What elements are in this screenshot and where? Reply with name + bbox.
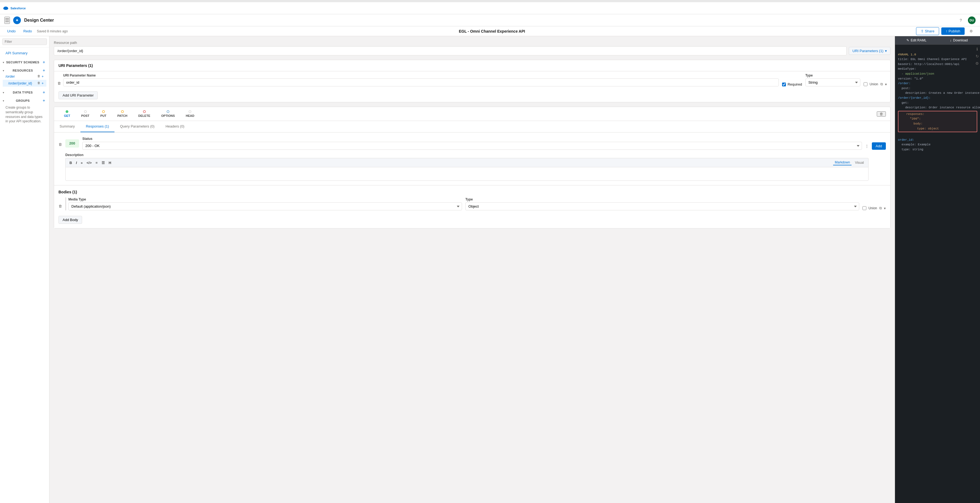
status-select[interactable]: 200 - OK	[82, 142, 862, 150]
api-title: EGL - Omni Channel Experience API	[459, 29, 525, 33]
bold-button[interactable]: B	[68, 160, 73, 165]
tab-headers[interactable]: Headers (0)	[160, 121, 190, 132]
description-editor[interactable]	[65, 167, 869, 181]
hamburger-menu-button[interactable]: ☰	[5, 17, 10, 24]
code-button[interactable]: </>	[85, 160, 93, 165]
sidebar: API Summary ▾ SECURITY SCHEMES + ▾ RESOU…	[0, 36, 49, 503]
put-dot	[102, 110, 105, 113]
italic-button[interactable]: I	[75, 160, 78, 165]
body-expand-icon[interactable]: ▾	[884, 206, 886, 210]
groups-header[interactable]: ▾ GROUPS +	[3, 98, 46, 103]
raml-panel: ✎ Edit RAML ↓ Download #%RAML 1.0 title:…	[895, 36, 980, 503]
settings-icon-button[interactable]: ⚙	[975, 61, 979, 65]
redo-button[interactable]: Redo	[21, 28, 35, 34]
chevron-down-icon-groups: ▾	[3, 99, 4, 102]
share-button[interactable]: ⇧ Share	[916, 27, 939, 35]
add-order-child-icon[interactable]: +	[41, 74, 44, 78]
tab-responses[interactable]: Responses (1)	[80, 121, 115, 132]
add-resource-button[interactable]: +	[41, 68, 46, 73]
quote-button[interactable]: »	[80, 160, 84, 165]
help-icon-button[interactable]: ?	[957, 16, 965, 24]
uri-parameters-button[interactable]: URI Parameters (1) ▾	[849, 47, 891, 55]
method-head[interactable]: HEAD	[180, 110, 200, 117]
sidebar-security-section: ▾ SECURITY SCHEMES +	[0, 57, 49, 66]
body-copy-icon[interactable]: ⧉	[879, 206, 882, 210]
add-data-type-button[interactable]: +	[41, 90, 46, 95]
chevron-down-icon: ▾	[3, 61, 4, 64]
sidebar-api-summary-section: API Summary	[0, 48, 49, 57]
method-get[interactable]: GET	[59, 110, 76, 117]
response-options-icon[interactable]: ⋮	[865, 144, 869, 148]
resource-path-label: Resource path	[54, 41, 891, 45]
unordered-list-button[interactable]: ☰	[100, 160, 106, 165]
tab-query-params[interactable]: Query Parameters (0)	[115, 121, 160, 132]
options-dot	[167, 110, 169, 113]
uri-parameters-section: URI Parameters (1) 🗑 URI Parameter Name …	[54, 60, 891, 102]
add-group-button[interactable]: +	[41, 98, 46, 103]
main-layout: API Summary ▾ SECURITY SCHEMES + ▾ RESOU…	[0, 36, 980, 503]
body-union-checkbox[interactable]	[862, 206, 866, 210]
method-tabs: Summary Responses (1) Query Parameters (…	[54, 121, 890, 132]
delete-body-icon[interactable]: 🗑	[59, 197, 62, 208]
download-raml-button[interactable]: ↓ Download	[938, 36, 980, 44]
resource-path-row: URI Parameters (1) ▾	[54, 46, 891, 56]
add-security-button[interactable]: +	[41, 60, 46, 65]
user-avatar[interactable]: DU	[968, 16, 975, 24]
uri-copy-icon[interactable]: ⧉	[880, 82, 883, 86]
add-order-id-child-icon[interactable]: +	[41, 81, 44, 85]
sidebar-item-api-summary[interactable]: API Summary	[3, 50, 46, 57]
body-union-area: Union ⧉ ▾	[862, 206, 886, 210]
resources-header[interactable]: ▾ RESOURCES +	[3, 68, 46, 73]
body-type-select[interactable]: Object	[465, 202, 859, 210]
method-patch[interactable]: PATCH	[112, 110, 133, 117]
info-icon-button[interactable]: ℹ	[975, 47, 979, 51]
required-checkbox[interactable]	[782, 83, 786, 86]
method-options[interactable]: OPTIONS	[156, 110, 180, 117]
publish-icon: ↑	[946, 29, 948, 33]
delete-order-id-icon[interactable]: 🗑	[37, 81, 40, 85]
uri-union-checkbox[interactable]	[864, 82, 867, 86]
methods-row: GET POST PUT PATCH	[54, 107, 890, 121]
description-label: Description	[65, 153, 869, 157]
delete-uri-param-icon[interactable]: 🗑	[57, 81, 61, 85]
patch-dot	[121, 110, 124, 113]
uri-expand-icon[interactable]: ▾	[885, 82, 887, 86]
app-title: Design Center	[24, 18, 54, 23]
filter-input[interactable]	[2, 38, 47, 45]
main-content: Resource path URI Parameters (1) ▾ URI P…	[49, 36, 895, 503]
ordered-list-button[interactable]: ≡	[94, 160, 99, 165]
uri-parameters-header: URI Parameters (1)	[54, 60, 890, 71]
visual-tab[interactable]: Visual	[853, 160, 865, 165]
resource-path-input[interactable]	[54, 46, 846, 56]
method-post[interactable]: POST	[76, 110, 95, 117]
delete-order-icon[interactable]: 🗑	[37, 74, 40, 78]
tab-summary[interactable]: Summary	[54, 121, 80, 132]
refresh-icon-button[interactable]: ↻	[975, 54, 979, 59]
raml-code-block[interactable]: #%RAML 1.0 title: EGL Omni Channel Exper…	[898, 48, 977, 157]
sidebar-item-order[interactable]: /order 🗑 +	[3, 73, 46, 80]
delete-method-button[interactable]: 🗑	[877, 111, 886, 117]
sidebar-filter-area	[0, 36, 49, 48]
security-schemes-header[interactable]: ▾ SECURITY SCHEMES +	[3, 60, 46, 65]
undo-button[interactable]: Undo	[5, 28, 18, 34]
nav-bar: ☰ ✦ Design Center ? DU	[0, 14, 980, 26]
method-put[interactable]: PUT	[95, 110, 112, 117]
method-delete[interactable]: DELETE	[133, 110, 156, 117]
uri-param-name-input[interactable]	[63, 78, 779, 86]
delete-response-icon[interactable]: 🗑	[59, 142, 62, 146]
settings-button[interactable]: ⚙	[967, 27, 975, 36]
add-response-button[interactable]: Add	[872, 142, 886, 150]
type-select[interactable]: String	[805, 78, 860, 86]
markdown-tab[interactable]: Markdown	[833, 160, 851, 165]
sidebar-item-order-id[interactable]: /order/{order_id} 🗑 +	[3, 80, 46, 87]
add-uri-param-button[interactable]: Add URI Parameter	[59, 91, 98, 99]
add-body-button[interactable]: Add Body	[59, 216, 82, 224]
publish-button[interactable]: ↑ Publish	[941, 27, 965, 35]
download-icon: ↓	[950, 38, 951, 42]
media-type-select[interactable]: Default (application/json)	[68, 202, 462, 210]
heading-button[interactable]: H	[108, 160, 112, 165]
raml-panel-header: ✎ Edit RAML ↓ Download	[895, 36, 980, 45]
data-types-header[interactable]: ▾ DATA TYPES +	[3, 90, 46, 95]
required-label: Required	[788, 82, 802, 86]
edit-raml-button[interactable]: ✎ Edit RAML	[895, 36, 938, 44]
